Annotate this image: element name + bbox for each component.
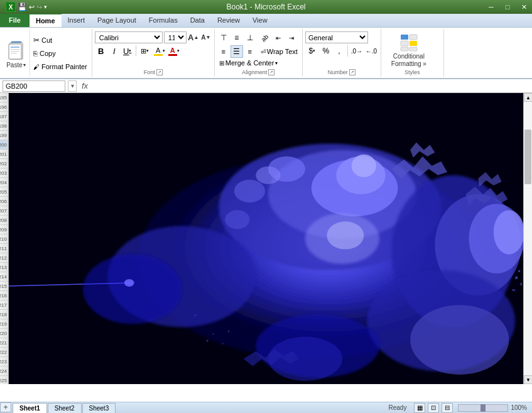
font-dialog-launcher[interactable]: ↗ xyxy=(156,69,163,75)
alignment-dialog-launcher[interactable]: ↗ xyxy=(268,69,274,75)
svg-rect-41 xyxy=(222,343,224,344)
page-break-view-button[interactable]: ⊟ xyxy=(442,403,453,413)
row-header-196: 196 xyxy=(0,102,8,112)
currency-button[interactable]: $▾ xyxy=(305,45,319,57)
font-row-2: B I U▾ ⊞▾ A ▾ A xyxy=(95,45,212,57)
svg-point-19 xyxy=(352,155,376,177)
svg-rect-49 xyxy=(512,289,515,291)
paste-label: Paste ▾ xyxy=(6,62,26,69)
decrease-font-button[interactable]: A▼ xyxy=(200,32,212,43)
save-icon[interactable]: 💾 xyxy=(18,3,27,11)
align-right-button[interactable]: ≡ xyxy=(244,45,256,58)
svg-rect-9 xyxy=(401,41,408,46)
format-painter-icon: 🖌 xyxy=(33,63,40,70)
format-painter-button[interactable]: 🖌 Format Painter xyxy=(31,60,89,73)
maximize-button[interactable]: □ xyxy=(499,0,516,14)
increase-indent-button[interactable]: ⇥ xyxy=(285,31,298,44)
formulas-tab[interactable]: Formulas xyxy=(143,13,184,27)
increase-font-button[interactable]: A▲ xyxy=(188,32,199,43)
cell-area[interactable] xyxy=(9,93,523,384)
minimize-button[interactable]: ─ xyxy=(483,0,499,14)
svg-rect-40 xyxy=(212,333,214,334)
number-format-select[interactable]: General xyxy=(305,31,368,43)
row-header-204: 204 xyxy=(0,178,8,187)
font-color-button[interactable]: A ▾ xyxy=(167,45,181,57)
sheet-tab-1[interactable]: Sheet1 xyxy=(13,403,47,413)
svg-rect-12 xyxy=(410,47,417,51)
percent-button[interactable]: % xyxy=(320,45,332,57)
scroll-track[interactable] xyxy=(524,102,532,375)
font-name-select[interactable]: Calibri xyxy=(95,31,163,43)
merge-center-button[interactable]: ⊞ Merge & Center ▾ xyxy=(217,58,300,68)
increase-indent-icon: ⇥ xyxy=(289,35,294,41)
close-button[interactable]: ✕ xyxy=(516,0,532,14)
decrease-decimal-button[interactable]: ←.0 xyxy=(364,45,378,57)
row-header-225: 225 xyxy=(0,376,8,384)
wrap-text-button[interactable]: ⏎ Wrap Text xyxy=(259,45,300,58)
row-header-195: 195 xyxy=(0,93,8,102)
bold-button[interactable]: B xyxy=(95,45,107,57)
ribbon-content: Paste ▾ ✂ Cut ⎘ Copy 🖌 Format Painter xyxy=(0,28,532,79)
row-header-220: 220 xyxy=(0,329,8,338)
review-tab[interactable]: Review xyxy=(211,13,246,27)
underline-button[interactable]: U▾ xyxy=(121,45,134,57)
row-header-212: 212 xyxy=(0,253,8,263)
font-size-select[interactable]: 11 xyxy=(164,31,187,43)
sheet-tab-3[interactable]: Sheet3 xyxy=(82,403,116,413)
page-layout-view-button[interactable]: ⊡ xyxy=(428,403,439,413)
formula-input[interactable] xyxy=(93,80,529,92)
paste-button[interactable]: Paste ▾ xyxy=(3,30,30,77)
page-layout-tab[interactable]: Page Layout xyxy=(91,13,143,27)
redo-icon[interactable]: ↪ xyxy=(36,3,42,11)
indent-row: ab ⇤ ⇥ xyxy=(259,31,300,44)
scroll-up-button[interactable]: ▲ xyxy=(524,93,532,102)
row-header-222: 222 xyxy=(0,348,8,357)
italic-button[interactable]: I xyxy=(108,45,121,57)
orientation-button[interactable]: ab xyxy=(259,31,271,44)
normal-view-button[interactable]: ▦ xyxy=(414,403,425,413)
copy-icon: ⎘ xyxy=(33,50,38,57)
align-left-button[interactable]: ≡ xyxy=(217,45,230,58)
halign-row: ≡ ☰ ≡ xyxy=(217,45,256,58)
copy-button[interactable]: ⎘ Copy xyxy=(31,47,89,60)
formula-expand-button[interactable]: ▾ xyxy=(68,80,77,92)
font-group-content: Calibri 11 A▲ A▼ B I U▾ xyxy=(95,30,212,69)
decrease-indent-button[interactable]: ⇤ xyxy=(272,31,285,44)
number-dialog-launcher[interactable]: ↗ xyxy=(349,69,356,75)
zoom-slider[interactable] xyxy=(458,404,508,412)
quick-access-toolbar: X 💾 ↩ ↪ ▾ xyxy=(3,0,47,14)
align-middle-button[interactable]: ≡ xyxy=(231,31,243,44)
align-bottom-button[interactable]: ⊥ xyxy=(244,31,256,44)
conditional-formatting-button[interactable]: ConditionalFormatting » xyxy=(384,31,434,69)
sheet-tab-2[interactable]: Sheet2 xyxy=(48,403,82,413)
align-center-button[interactable]: ☰ xyxy=(231,45,243,58)
wrap-text-icon: ⏎ xyxy=(261,48,266,55)
scroll-thumb[interactable] xyxy=(524,129,531,184)
data-tab[interactable]: Data xyxy=(184,13,211,27)
increase-decimal-button[interactable]: .0→ xyxy=(350,45,364,57)
svg-point-25 xyxy=(410,305,509,375)
window-controls: ─ □ ✕ xyxy=(483,0,532,14)
svg-rect-47 xyxy=(518,270,520,272)
styles-group: ConditionalFormatting » Styles xyxy=(381,29,444,77)
fill-color-button[interactable]: A ▾ xyxy=(153,45,166,57)
home-tab[interactable]: Home xyxy=(30,13,62,27)
view-tab[interactable]: View xyxy=(246,13,274,27)
row-header-217: 217 xyxy=(0,300,8,310)
align-top-button[interactable]: ⊤ xyxy=(217,31,230,44)
new-sheet-button[interactable]: + xyxy=(0,402,11,412)
undo-icon[interactable]: ↩ xyxy=(29,3,35,11)
vertical-scrollbar[interactable]: ▲ ▼ xyxy=(523,93,532,384)
alignment-buttons-col2: ab ⇤ ⇥ ⏎ Wrap Text xyxy=(259,31,300,58)
cut-button[interactable]: ✂ Cut xyxy=(31,34,89,47)
conditional-formatting-label: ConditionalFormatting » xyxy=(391,53,426,68)
insert-tab[interactable]: Insert xyxy=(62,13,92,27)
name-box[interactable] xyxy=(3,80,65,92)
file-tab[interactable]: File xyxy=(0,13,30,27)
customize-icon[interactable]: ▾ xyxy=(44,4,47,10)
borders-button[interactable]: ⊞▾ xyxy=(138,45,152,57)
svg-point-32 xyxy=(256,167,280,184)
scroll-down-button[interactable]: ▼ xyxy=(524,375,532,384)
fractal-visualization xyxy=(9,93,523,384)
comma-button[interactable]: , xyxy=(333,45,345,57)
